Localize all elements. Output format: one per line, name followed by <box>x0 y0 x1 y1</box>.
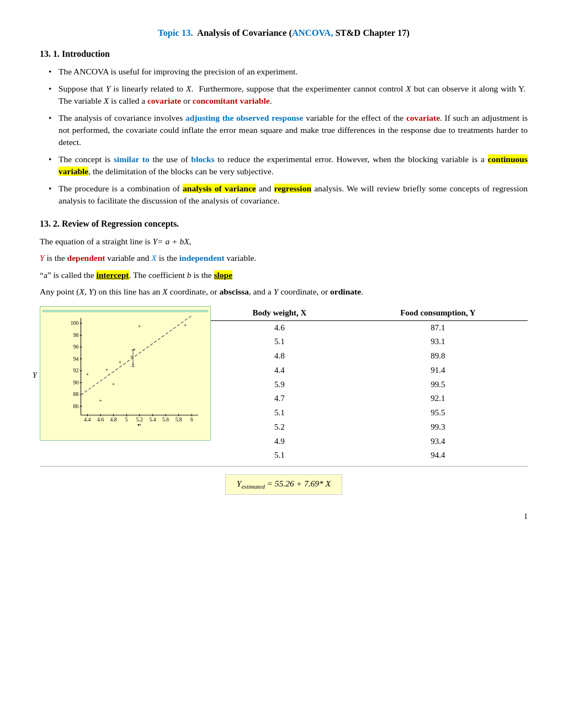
data-table-area: Body weight, X Food consumption, Y 4.687… <box>211 306 528 463</box>
table-cell: 89.8 <box>348 349 528 363</box>
svg-text:X: X <box>136 422 142 426</box>
bullet-2-text: Suppose that Y is linearly related to X.… <box>59 84 528 105</box>
table-cell: 4.4 <box>211 363 348 378</box>
svg-text:4.6: 4.6 <box>97 416 104 422</box>
table-cell: 93.4 <box>348 435 528 449</box>
svg-text:96: 96 <box>73 344 79 350</box>
para-variables: Y is the dependent variable and X is the… <box>40 252 528 264</box>
table-row: 5.299.3 <box>211 420 528 435</box>
svg-text:+: + <box>183 322 187 328</box>
svg-text:98: 98 <box>73 332 79 338</box>
table-cell: 4.8 <box>211 349 348 363</box>
table-cell: 4.7 <box>211 392 348 406</box>
table-row: 5.999.5 <box>211 378 528 392</box>
svg-text:+: + <box>86 371 89 377</box>
bullet-4: The concept is similar to the use of blo… <box>46 153 528 178</box>
bullet-1-text: The ANCOVA is useful for improving the p… <box>59 67 298 76</box>
data-table: Body weight, X Food consumption, Y 4.687… <box>211 306 528 463</box>
svg-text:6: 6 <box>190 416 193 422</box>
bullet-list: The ANCOVA is useful for improving the p… <box>40 66 528 207</box>
col-header-x: Body weight, X <box>211 306 348 320</box>
table-cell: 87.1 <box>348 320 528 335</box>
bullet-4-text: The concept is similar to the use of blo… <box>59 154 528 176</box>
formula-box: Yestimated = 55.26 + 7.69* X <box>225 474 342 495</box>
svg-text:+: + <box>105 366 109 373</box>
svg-text:+: + <box>138 323 141 329</box>
svg-text:+: + <box>112 381 115 387</box>
svg-text:88: 88 <box>73 391 79 397</box>
bullet-3: The analysis of covariance involves adju… <box>46 112 528 149</box>
page-title: Topic 13. Analysis of Covariance (ANCOVA… <box>40 26 528 40</box>
para-point: Any point (X, Y) on this line has an X c… <box>40 286 528 298</box>
table-cell: 5.2 <box>211 420 348 435</box>
svg-text:4.8: 4.8 <box>110 416 117 422</box>
section2-heading: 13. 2. Review of Regression concepts. <box>40 217 528 230</box>
bullet-2: Suppose that Y is linearly related to X.… <box>46 83 528 108</box>
table-cell: 99.3 <box>348 420 528 435</box>
table-row: 5.194.4 <box>211 448 528 463</box>
formula-row: Yestimated = 55.26 + 7.69* X <box>40 470 528 495</box>
svg-line-37 <box>81 315 192 395</box>
svg-text:5.4: 5.4 <box>149 416 156 422</box>
svg-text:+: + <box>99 397 102 404</box>
svg-text:86: 86 <box>73 403 79 409</box>
chart-svg: 100 98 96 94 92 90 88 86 <box>58 313 208 426</box>
table-row: 5.193.1 <box>211 335 528 349</box>
scatter-chart: Y 100 98 96 94 <box>40 306 211 441</box>
svg-text:5.8: 5.8 <box>176 416 182 422</box>
table-cell: 93.1 <box>348 335 528 349</box>
table-cell: 94.4 <box>348 448 528 463</box>
chart-title-bar <box>43 310 208 312</box>
bullet-3-text: The analysis of covariance involves adju… <box>59 113 528 147</box>
section1-heading: 13. 1. Introduction <box>40 47 528 60</box>
svg-text:5.2: 5.2 <box>136 416 143 422</box>
bullet-5: The procedure is a combination of analys… <box>46 183 528 207</box>
table-cell: 4.9 <box>211 435 348 449</box>
table-cell: 5.1 <box>211 406 348 420</box>
table-row: 5.195.5 <box>211 406 528 420</box>
table-row: 4.792.1 <box>211 392 528 406</box>
chart-y-label: Y <box>33 370 37 381</box>
table-cell: 92.1 <box>348 392 528 406</box>
table-row: 4.687.1 <box>211 320 528 335</box>
table-cell: 95.5 <box>348 406 528 420</box>
svg-text:5.6: 5.6 <box>162 416 169 422</box>
svg-text:4.4: 4.4 <box>84 416 91 422</box>
title-topic: Topic 13. <box>158 28 193 38</box>
col-header-y: Food consumption, Y <box>348 306 528 320</box>
para-intercept: “a” is called the intercept. The coeffic… <box>40 269 528 281</box>
title-main: Analysis of Covariance (ANCOVA, ST&D Cha… <box>193 28 410 38</box>
table-cell: 5.1 <box>211 448 348 463</box>
table-row: 4.889.8 <box>211 349 528 363</box>
table-row: 4.993.4 <box>211 435 528 449</box>
table-cell: 5.1 <box>211 335 348 349</box>
para-equation: The equation of a straight line is Y= a … <box>40 235 528 248</box>
table-cell: 4.6 <box>211 320 348 335</box>
svg-text:94: 94 <box>73 356 79 362</box>
table-cell: 5.9 <box>211 378 348 392</box>
svg-text:+: + <box>118 358 121 365</box>
divider <box>40 466 528 467</box>
table-cell: 99.5 <box>348 378 528 392</box>
bullet-1: The ANCOVA is useful for improving the p… <box>46 66 528 78</box>
svg-text:100: 100 <box>71 320 79 326</box>
svg-text:90: 90 <box>73 379 79 386</box>
bullet-5-text: The procedure is a combination of analys… <box>59 184 528 205</box>
table-cell: 91.4 <box>348 363 528 378</box>
page-number: 1 <box>40 511 528 522</box>
svg-text:5: 5 <box>125 416 128 422</box>
svg-text:92: 92 <box>73 367 79 373</box>
table-row: 4.491.4 <box>211 363 528 378</box>
data-section: Y 100 98 96 94 <box>40 306 528 463</box>
